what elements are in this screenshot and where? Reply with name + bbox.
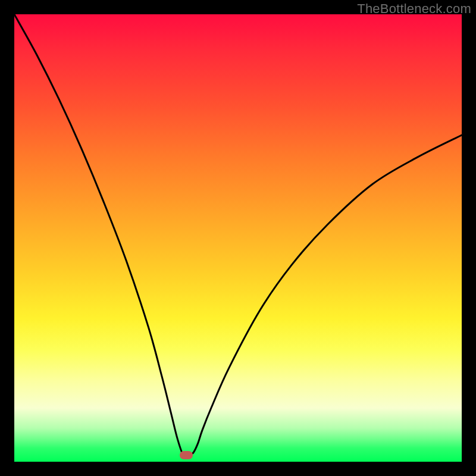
minimum-marker xyxy=(180,451,193,459)
watermark-text: TheBottleneck.com xyxy=(357,1,471,17)
bottleneck-curve xyxy=(14,14,462,462)
chart-frame: TheBottleneck.com xyxy=(0,0,476,476)
plot-area xyxy=(14,14,462,462)
